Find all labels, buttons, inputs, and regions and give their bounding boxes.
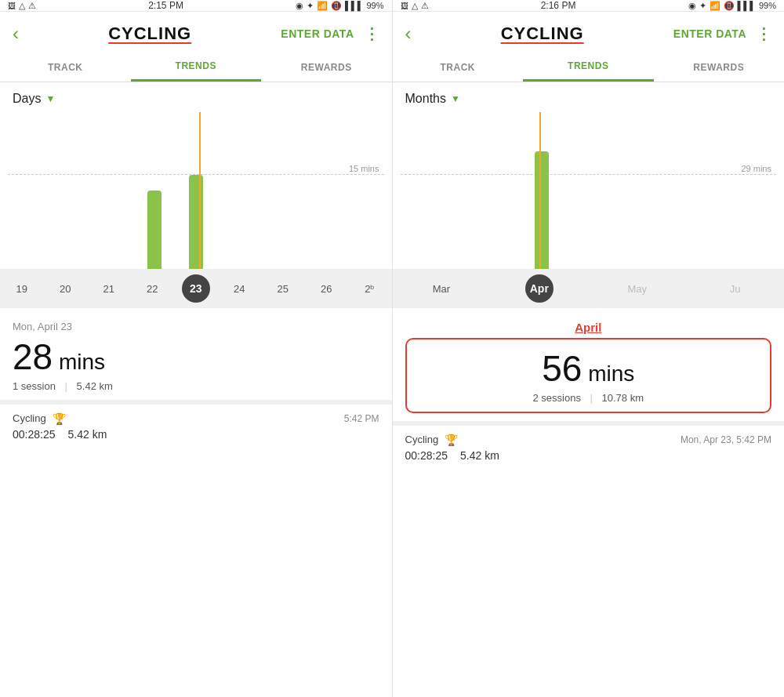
gallery-icon-left: 🖼 xyxy=(8,2,16,10)
bar-apr xyxy=(535,151,549,269)
header-right-left: ENTER DATA ⋮ xyxy=(281,24,379,43)
bar-wrapper-4-left xyxy=(176,112,216,269)
x-item-circle-apr: Apr xyxy=(525,274,554,303)
activity-data-right: 00:28:25 5.42 km xyxy=(405,449,772,462)
stats-session-right: 2 sessions xyxy=(532,392,580,404)
stats-date-right: April xyxy=(575,321,601,334)
bt-icon-right: ✦ xyxy=(699,1,706,11)
battery-left: 99% xyxy=(366,1,383,10)
tab-track-right[interactable]: TRACK xyxy=(393,54,524,81)
bar-wrapper-apr xyxy=(495,112,588,269)
tabs-left: TRACK TRENDS REWARDS xyxy=(0,53,392,82)
activity-left-info: Cycling 🏆 xyxy=(13,412,66,425)
orange-indicator-left xyxy=(199,112,201,269)
stats-details-right: 2 sessions | 10.78 km xyxy=(419,392,758,404)
x-item-25: 25 xyxy=(261,269,305,308)
x-item-20: 20 xyxy=(44,269,88,308)
dropdown-arrow-left[interactable]: ▼ xyxy=(45,93,55,104)
bt-icon-left: ✦ xyxy=(307,1,314,11)
stats-box-highlight: 56 mins 2 sessions | 10.78 km xyxy=(405,338,772,413)
bar-wrapper-1-left xyxy=(52,112,93,269)
status-bar-left: 🖼 △ ⚠ 2:15 PM ◉ ✦ 📶 📵 ▌▌▌ 99% xyxy=(0,0,392,11)
tab-track-left[interactable]: TRACK xyxy=(0,54,131,81)
panel-right: ‹ CYCLING ENTER DATA ⋮ TRACK TRENDS REWA… xyxy=(393,12,785,697)
x-axis-left: 19 20 21 22 23 24 25 26 2ᵇ xyxy=(0,269,392,308)
activity-data-left: 00:28:25 5.42 km xyxy=(13,428,379,441)
time-left: 2:15 PM xyxy=(148,0,183,11)
stats-section-right: April 56 mins 2 sessions | 10.78 km xyxy=(393,308,785,421)
x-item-2b: 2ᵇ xyxy=(348,269,392,308)
activity-label-right: Cycling xyxy=(405,434,439,445)
tab-rewards-left[interactable]: REWARDS xyxy=(261,54,392,81)
stats-distance-left: 5.42 km xyxy=(77,380,113,392)
activity-label-left: Cycling xyxy=(13,412,46,424)
back-button-right[interactable]: ‹ xyxy=(405,23,412,45)
bar-wrapper-7-left xyxy=(299,112,339,269)
menu-dots-right[interactable]: ⋮ xyxy=(756,24,771,43)
period-selector-right[interactable]: Months ▼ xyxy=(401,92,777,112)
signal-icon-left: ▌▌▌ xyxy=(345,1,363,10)
tab-rewards-right[interactable]: REWARDS xyxy=(654,54,785,81)
x-axis-right: Mar Apr May Ju xyxy=(393,269,785,308)
triangle-icon-right: △ xyxy=(412,1,418,11)
status-bar-right: 🖼 △ ⚠ 2:16 PM ◉ ✦ 📶 📵 ▌▌▌ 99% xyxy=(392,0,785,11)
enter-data-right[interactable]: ENTER DATA xyxy=(673,27,746,40)
bar-wrapper-mar xyxy=(404,112,496,269)
nfc-icon-left: 📵 xyxy=(331,1,342,11)
x-item-26: 26 xyxy=(305,269,349,308)
activity-distance-left: 5.42 km xyxy=(68,428,107,441)
bar-4-left xyxy=(189,175,203,269)
tab-trends-left[interactable]: TRENDS xyxy=(131,53,262,82)
triangle-icon-left: △ xyxy=(19,1,25,11)
bars-area-left xyxy=(8,112,384,269)
tabs-right: TRACK TRENDS REWARDS xyxy=(393,53,785,82)
x-item-23-active[interactable]: 23 xyxy=(174,269,218,308)
back-button-left[interactable]: ‹ xyxy=(13,23,19,45)
x-item-mar: Mar xyxy=(393,269,491,308)
bar-3-left xyxy=(147,191,162,269)
enter-data-left[interactable]: ENTER DATA xyxy=(281,27,354,40)
panel-left: ‹ CYCLING ENTER DATA ⋮ TRACK TRENDS REWA… xyxy=(0,12,393,697)
menu-dots-left[interactable]: ⋮ xyxy=(364,24,379,43)
alert-icon-right: ⚠ xyxy=(421,1,429,11)
header-right-right: ENTER DATA ⋮ xyxy=(673,24,771,43)
bar-wrapper-8-left xyxy=(339,112,380,269)
wifi-icon-right: 📶 xyxy=(710,1,720,11)
gallery-icon-right: 🖼 xyxy=(401,2,408,10)
stats-details-left: 1 session | 5.42 km xyxy=(13,380,379,392)
tab-trends-right[interactable]: TRENDS xyxy=(523,53,654,82)
bar-wrapper-2-left xyxy=(93,112,134,269)
signal-icon-right: ▌▌▌ xyxy=(738,1,756,10)
nfc-icon-right: 📵 xyxy=(724,1,735,11)
header-right: ‹ CYCLING ENTER DATA ⋮ xyxy=(393,12,785,53)
x-item-may: May xyxy=(588,269,686,308)
stats-unit-left: mins xyxy=(53,350,105,374)
x-item-21: 21 xyxy=(87,269,131,308)
stats-unit-right: mins xyxy=(582,361,634,386)
bar-wrapper-6-left xyxy=(257,112,298,269)
activity-time-right: Mon, Apr 23, 5:42 PM xyxy=(681,434,771,445)
status-icons-left: 🖼 △ ⚠ xyxy=(8,1,36,11)
bar-chart-right: 29 mins xyxy=(401,112,777,269)
stats-sep-right: | xyxy=(590,392,593,404)
time-right: 2:16 PM xyxy=(541,0,576,11)
x-item-apr-active[interactable]: Apr xyxy=(490,269,588,308)
period-selector-left[interactable]: Days ▼ xyxy=(8,92,384,112)
activity-time-left: 5:42 PM xyxy=(344,413,379,424)
stats-value-left: 28 mins xyxy=(13,337,379,377)
activity-row-right: Cycling 🏆 Mon, Apr 23, 5:42 PM xyxy=(405,434,772,446)
dropdown-arrow-right[interactable]: ▼ xyxy=(451,93,460,104)
status-right-right: ◉ ✦ 📶 📵 ▌▌▌ 99% xyxy=(688,1,776,11)
x-item-jun: Ju xyxy=(686,269,784,308)
stats-number-right: 56 xyxy=(542,348,582,389)
trophy-icon-right: 🏆 xyxy=(445,434,458,446)
bar-wrapper-0-left xyxy=(11,112,52,269)
trophy-icon-left: 🏆 xyxy=(53,412,66,425)
alert-icon-left: ⚠ xyxy=(28,1,36,11)
bar-chart-left: 15 mins xyxy=(8,112,384,269)
bars-area-right xyxy=(401,112,777,269)
activity-distance-right: 5.42 km xyxy=(460,449,499,462)
battery-right: 99% xyxy=(759,1,776,10)
bar-wrapper-may xyxy=(588,112,681,269)
wifi-icon-left: 📶 xyxy=(317,1,328,11)
